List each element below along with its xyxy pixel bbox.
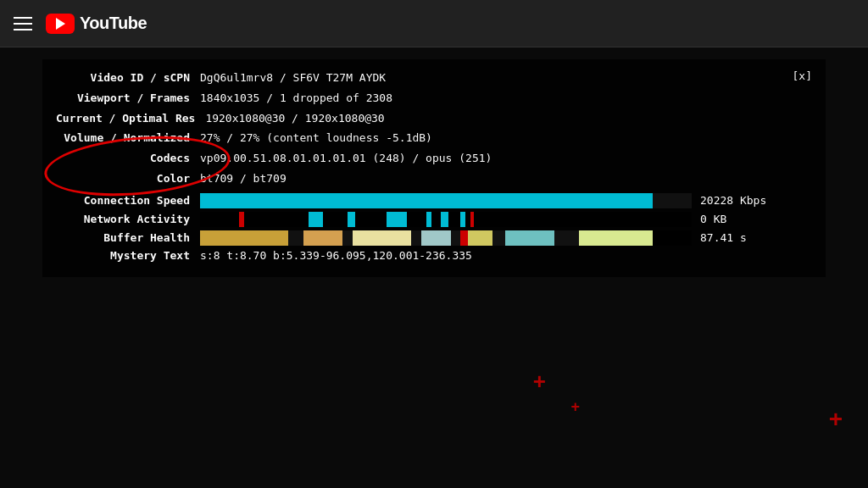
meter-row-buffer: Buffer Health — [56, 230, 812, 246]
label-codecs: Codecs — [56, 150, 200, 168]
youtube-icon — [46, 14, 75, 34]
connection-speed-value: 20228 Kbps — [700, 194, 766, 207]
value-viewport: 1840x1035 / 1 dropped of 2308 — [200, 90, 392, 108]
buffer-seg-7 — [579, 230, 653, 246]
stat-row-color: Color bt709 / bt709 — [56, 170, 812, 188]
buffer-seg-1 — [200, 230, 288, 246]
mystery-text-value: s:8 t:8.70 b:5.339-96.095,120.001-236.33… — [200, 249, 472, 262]
label-res: Current / Optimal Res — [56, 110, 205, 128]
stat-row-video-id: Video ID / sCPN DgQ6ul1mrv8 / SF6V T27M … — [56, 69, 812, 87]
buffer-seg-red — [460, 230, 468, 246]
network-block-1 — [309, 212, 323, 227]
buffer-seg-gap-1 — [288, 230, 303, 246]
network-block-red-1 — [239, 212, 244, 227]
network-activity-bar — [200, 212, 692, 227]
buffer-seg-gap-4 — [451, 230, 461, 246]
buffer-seg-5 — [468, 230, 492, 246]
buffer-seg-2 — [303, 230, 342, 246]
value-video-id: DgQ6ul1mrv8 / SF6V T27M AYDK — [200, 69, 386, 87]
network-block-6 — [460, 212, 465, 227]
meter-row-connection: Connection Speed 20228 Kbps — [56, 193, 812, 208]
network-activity-value: 0 KB — [700, 213, 726, 225]
network-block-3 — [387, 212, 406, 227]
buffer-health-bar — [200, 230, 692, 246]
meter-row-mystery: Mystery Text s:8 t:8.70 b:5.339-96.095,1… — [56, 249, 812, 262]
cross-mark-3: + — [829, 406, 843, 433]
meter-section: Connection Speed 20228 Kbps Network Acti… — [56, 193, 812, 262]
close-stats-button[interactable]: [x] — [793, 69, 812, 82]
value-volume: 27% / 27% (content loudness -5.1dB) — [200, 130, 432, 147]
video-area: + + + [x] Video ID / sCPN DgQ6ul1mrv8 / … — [0, 47, 868, 488]
buffer-seg-gap-6 — [554, 230, 579, 246]
label-color: Color — [56, 170, 200, 188]
label-video-id: Video ID / sCPN — [56, 69, 200, 87]
cross-mark-1: + — [533, 369, 546, 395]
network-block-5 — [441, 212, 448, 227]
connection-speed-bar — [200, 193, 692, 208]
value-codecs: vp09.00.51.08.01.01.01.01 (248) / opus (… — [200, 150, 492, 168]
network-block-4 — [426, 212, 431, 227]
youtube-logo: YouTube — [46, 14, 147, 34]
network-block-red-2 — [470, 212, 474, 227]
label-volume: Volume / Normalized — [56, 130, 200, 147]
buffer-seg-gap-2 — [342, 230, 353, 246]
label-buffer-health: Buffer Health — [56, 231, 200, 244]
stat-row-volume: Volume / Normalized 27% / 27% (content l… — [56, 130, 812, 147]
cross-mark-2: + — [570, 398, 580, 416]
buffer-seg-3 — [353, 230, 412, 246]
label-connection-speed: Connection Speed — [56, 194, 200, 207]
stats-panel: [x] Video ID / sCPN DgQ6ul1mrv8 / SF6V T… — [42, 59, 826, 277]
hamburger-menu[interactable] — [14, 17, 32, 30]
label-network-activity: Network Activity — [56, 213, 200, 225]
header: YouTube — [0, 0, 868, 47]
buffer-seg-4 — [421, 230, 451, 246]
stat-row-viewport: Viewport / Frames 1840x1035 / 1 dropped … — [56, 90, 812, 108]
buffer-seg-6 — [505, 230, 554, 246]
stat-row-res: Current / Optimal Res 1920x1080@30 / 192… — [56, 110, 812, 128]
meter-row-network: Network Activity 0 KB — [56, 212, 812, 227]
value-res: 1920x1080@30 / 1920x1080@30 — [205, 110, 384, 128]
network-block-2 — [348, 212, 355, 227]
value-color: bt709 / bt709 — [200, 170, 287, 188]
connection-speed-fill — [200, 193, 653, 208]
label-mystery-text: Mystery Text — [56, 249, 200, 262]
label-viewport: Viewport / Frames — [56, 90, 200, 108]
buffer-seg-gap-3 — [411, 230, 421, 246]
buffer-health-value: 87.41 s — [700, 231, 747, 244]
stat-row-codecs: Codecs vp09.00.51.08.01.01.01.01 (248) /… — [56, 150, 812, 168]
youtube-wordmark: YouTube — [80, 14, 147, 33]
